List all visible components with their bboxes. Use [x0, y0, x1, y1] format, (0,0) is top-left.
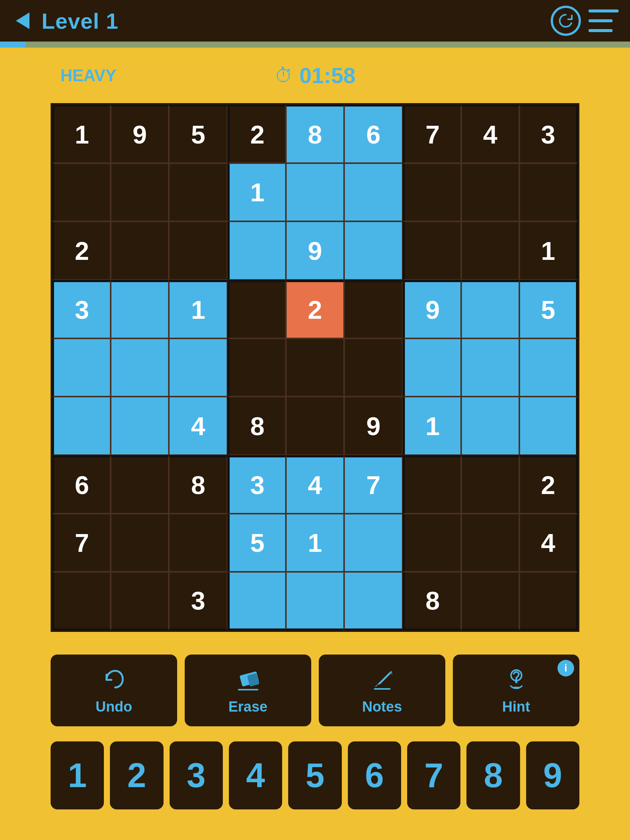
cell-r4-c6[interactable]: [403, 338, 461, 397]
cell-r0-c6[interactable]: 7: [403, 105, 461, 163]
cell-r3-c0[interactable]: 3: [52, 280, 111, 338]
cell-r5-c2[interactable]: 4: [169, 396, 227, 455]
cell-r6-c2[interactable]: 8: [169, 455, 227, 514]
cell-r5-c6[interactable]: 1: [403, 396, 461, 455]
cell-r2-c7[interactable]: [461, 221, 520, 280]
cell-r3-c3[interactable]: [227, 280, 286, 338]
cell-r1-c6[interactable]: [403, 163, 461, 222]
cell-r3-c1[interactable]: [111, 280, 169, 338]
cell-r4-c0[interactable]: [52, 338, 111, 397]
cell-r2-c4[interactable]: 9: [286, 221, 344, 280]
progress-bar-container: [0, 41, 630, 47]
cell-r7-c1[interactable]: [111, 514, 169, 572]
numpad-9[interactable]: 9: [526, 741, 579, 809]
cell-r1-c2[interactable]: [169, 163, 227, 222]
numpad-8[interactable]: 8: [466, 741, 520, 809]
cell-r2-c8[interactable]: 1: [519, 221, 578, 280]
hint-button[interactable]: i Hint: [453, 655, 579, 726]
cell-r1-c4[interactable]: [286, 163, 344, 222]
cell-r0-c3[interactable]: 2: [227, 105, 286, 163]
cell-r4-c7[interactable]: [461, 338, 520, 397]
cell-r3-c8[interactable]: 5: [519, 280, 578, 338]
cell-r8-c3[interactable]: [227, 572, 286, 630]
numpad-7[interactable]: 7: [407, 741, 460, 809]
cell-r8-c5[interactable]: [344, 572, 403, 630]
cell-r6-c4[interactable]: 4: [286, 455, 344, 514]
cell-r6-c5[interactable]: 7: [344, 455, 403, 514]
cell-r8-c4[interactable]: [286, 572, 344, 630]
cell-r5-c8[interactable]: [519, 396, 578, 455]
cell-r0-c8[interactable]: 3: [519, 105, 578, 163]
cell-r7-c5[interactable]: [344, 514, 403, 572]
numpad-label: 2: [127, 756, 146, 795]
cell-r3-c7[interactable]: [461, 280, 520, 338]
cell-r1-c0[interactable]: [52, 163, 111, 222]
numpad-3[interactable]: 3: [170, 741, 223, 809]
back-button[interactable]: [11, 9, 34, 32]
cell-r5-c5[interactable]: 9: [344, 396, 403, 455]
cell-r2-c3[interactable]: [227, 221, 286, 280]
cell-r0-c5[interactable]: 6: [344, 105, 403, 163]
cell-r3-c4[interactable]: 2: [286, 280, 344, 338]
numpad-1[interactable]: 1: [51, 741, 104, 809]
numpad-2[interactable]: 2: [110, 741, 163, 809]
cell-r3-c6[interactable]: 9: [403, 280, 461, 338]
cell-r0-c4[interactable]: 8: [286, 105, 344, 163]
numpad-6[interactable]: 6: [348, 741, 401, 809]
menu-button[interactable]: [589, 8, 619, 34]
cell-r6-c8[interactable]: 2: [519, 455, 578, 514]
cell-r4-c8[interactable]: [519, 338, 578, 397]
cell-r4-c4[interactable]: [286, 338, 344, 397]
cell-r2-c6[interactable]: [403, 221, 461, 280]
cell-r7-c3[interactable]: 5: [227, 514, 286, 572]
cell-r7-c4[interactable]: 1: [286, 514, 344, 572]
cell-r7-c8[interactable]: 4: [519, 514, 578, 572]
cell-r3-c5[interactable]: [344, 280, 403, 338]
cell-r5-c1[interactable]: [111, 396, 169, 455]
undo-button[interactable]: Undo: [51, 655, 177, 726]
cell-r7-c2[interactable]: [169, 514, 227, 572]
cell-r0-c1[interactable]: 9: [111, 105, 169, 163]
cell-r6-c0[interactable]: 6: [52, 455, 111, 514]
cell-r6-c1[interactable]: [111, 455, 169, 514]
cell-r8-c1[interactable]: [111, 572, 169, 630]
cell-r8-c2[interactable]: 3: [169, 572, 227, 630]
notes-button[interactable]: Notes: [319, 655, 445, 726]
cell-r8-c6[interactable]: 8: [403, 572, 461, 630]
cell-r8-c8[interactable]: [519, 572, 578, 630]
cell-r8-c0[interactable]: [52, 572, 111, 630]
cell-r2-c2[interactable]: [169, 221, 227, 280]
numpad-5[interactable]: 5: [288, 741, 341, 809]
cell-r4-c5[interactable]: [344, 338, 403, 397]
cell-r7-c0[interactable]: 7: [52, 514, 111, 572]
cell-r1-c7[interactable]: [461, 163, 520, 222]
cell-r6-c7[interactable]: [461, 455, 520, 514]
cell-r5-c0[interactable]: [52, 396, 111, 455]
cell-r0-c0[interactable]: 1: [52, 105, 111, 163]
cell-r5-c3[interactable]: 8: [227, 396, 286, 455]
cell-r0-c7[interactable]: 4: [461, 105, 520, 163]
cell-r5-c7[interactable]: [461, 396, 520, 455]
cell-r4-c2[interactable]: [169, 338, 227, 397]
cell-r3-c2[interactable]: 1: [169, 280, 227, 338]
cell-r4-c1[interactable]: [111, 338, 169, 397]
cell-r7-c6[interactable]: [403, 514, 461, 572]
cell-r0-c2[interactable]: 5: [169, 105, 227, 163]
cell-r8-c7[interactable]: [461, 572, 520, 630]
numpad-4[interactable]: 4: [229, 741, 282, 809]
erase-button[interactable]: Erase: [185, 655, 311, 726]
sudoku-grid[interactable]: 1952867431291312954891683472751438: [51, 103, 579, 632]
cell-r1-c1[interactable]: [111, 163, 169, 222]
cell-r5-c4[interactable]: [286, 396, 344, 455]
cell-r1-c8[interactable]: [519, 163, 578, 222]
cell-r6-c3[interactable]: 3: [227, 455, 286, 514]
cell-r1-c5[interactable]: [344, 163, 403, 222]
cell-r6-c6[interactable]: [403, 455, 461, 514]
cell-r2-c5[interactable]: [344, 221, 403, 280]
cell-r7-c7[interactable]: [461, 514, 520, 572]
cell-r4-c3[interactable]: [227, 338, 286, 397]
cell-r1-c3[interactable]: 1: [227, 163, 286, 222]
cell-r2-c0[interactable]: 2: [52, 221, 111, 280]
refresh-button[interactable]: [551, 6, 581, 36]
cell-r2-c1[interactable]: [111, 221, 169, 280]
